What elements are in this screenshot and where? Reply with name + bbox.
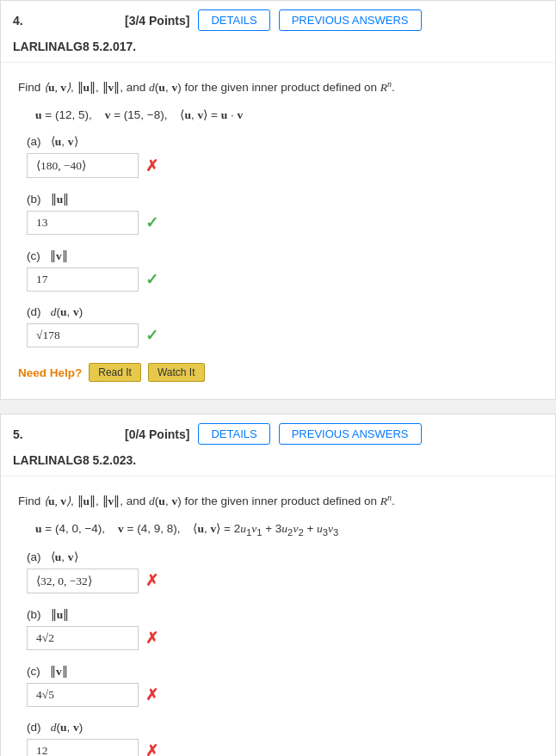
problem-4-details-button[interactable]: DETAILS bbox=[198, 9, 269, 31]
problem-4-part-d: (d) d(u, v) √178 ✓ bbox=[18, 305, 538, 347]
problem-5-instruction: Find ⟨u, v⟩, ‖u‖, ‖v‖, and d(u, v) for t… bbox=[18, 490, 538, 510]
problem-5-header: 5. [0/4 Points] DETAILS PREVIOUS ANSWERS… bbox=[1, 415, 555, 476]
problem-5-part-a-label: (a) ⟨u, v⟩ bbox=[27, 550, 538, 564]
problem-5-part-a: (a) ⟨u, v⟩ ⟨32, 0, −32⟩ ✗ bbox=[18, 550, 538, 593]
problem-4-part-c-label: (c) ‖v‖ bbox=[27, 249, 538, 263]
problem-4-header: 4. [3/4 Points] DETAILS PREVIOUS ANSWERS… bbox=[1, 1, 555, 63]
problem-5-part-b-cross-icon: ✗ bbox=[145, 629, 158, 648]
problem-4-body: Find ⟨u, v⟩, ‖u‖, ‖v‖, and d(u, v) for t… bbox=[1, 63, 555, 399]
problem-4-part-d-answer: √178 bbox=[27, 323, 139, 347]
problem-5-part-c-answer-row: 4√5 ✗ bbox=[27, 683, 538, 707]
problem-4-part-c-answer-row: 17 ✓ bbox=[27, 267, 538, 292]
problem-5-part-a-answer-row: ⟨32, 0, −32⟩ ✗ bbox=[27, 569, 538, 593]
problem-5-part-d-answer: 12 bbox=[27, 739, 139, 756]
problem-5-part-d-answer-row: 12 ✗ bbox=[27, 739, 538, 756]
problem-4: 4. [3/4 Points] DETAILS PREVIOUS ANSWERS… bbox=[0, 0, 556, 400]
problem-5-details-button[interactable]: DETAILS bbox=[198, 423, 269, 445]
problem-4-part-d-check-icon: ✓ bbox=[145, 326, 158, 345]
problem-5-part-d-cross-icon: ✗ bbox=[145, 741, 158, 756]
problem-4-need-help-label: Need Help? bbox=[18, 366, 82, 379]
problem-5-part-b-label: (b) ‖u‖ bbox=[27, 607, 538, 622]
problem-5-prev-answers-button[interactable]: PREVIOUS ANSWERS bbox=[279, 423, 422, 445]
problem-4-points: [3/4 Points] bbox=[125, 14, 189, 28]
problem-5: 5. [0/4 Points] DETAILS PREVIOUS ANSWERS… bbox=[0, 414, 556, 756]
problem-4-part-a-answer-row: ⟨180, −40⟩ ✗ bbox=[27, 153, 538, 178]
problem-5-part-c-cross-icon: ✗ bbox=[145, 685, 158, 704]
problem-5-part-d: (d) d(u, v) 12 ✗ bbox=[18, 721, 538, 756]
problem-4-part-d-answer-row: √178 ✓ bbox=[27, 323, 538, 347]
problem-4-part-b-check-icon: ✓ bbox=[145, 213, 158, 232]
problem-4-id: LARLINALG8 5.2.017. bbox=[13, 40, 136, 53]
problem-5-given: u = (4, 0, −4), v = (4, 9, 8), ⟨u, v⟩ = … bbox=[18, 519, 538, 541]
problem-5-part-c-label: (c) ‖v‖ bbox=[27, 664, 538, 679]
problem-4-given: u = (12, 5), v = (15, −8), ⟨u, v⟩ = u · … bbox=[18, 105, 538, 126]
problem-4-part-d-label: (d) d(u, v) bbox=[27, 305, 538, 319]
problem-4-part-b-answer-row: 13 ✓ bbox=[27, 211, 538, 235]
problem-4-part-b-label: (b) ‖u‖ bbox=[27, 192, 538, 206]
problem-4-part-c-check-icon: ✓ bbox=[145, 270, 158, 289]
problem-4-part-a: (a) ⟨u, v⟩ ⟨180, −40⟩ ✗ bbox=[18, 134, 538, 178]
problem-5-part-b-answer-row: 4√2 ✗ bbox=[27, 626, 538, 650]
problem-4-part-c: (c) ‖v‖ 17 ✓ bbox=[18, 249, 538, 292]
problem-5-part-c-answer: 4√5 bbox=[27, 683, 139, 707]
problem-4-read-it-button[interactable]: Read It bbox=[89, 363, 141, 382]
problem-5-body: Find ⟨u, v⟩, ‖u‖, ‖v‖, and d(u, v) for t… bbox=[1, 476, 555, 756]
problem-5-part-d-label: (d) d(u, v) bbox=[27, 721, 538, 734]
problem-4-part-a-cross-icon: ✗ bbox=[145, 157, 158, 175]
problem-4-number: 4. bbox=[13, 14, 116, 28]
problem-5-part-b: (b) ‖u‖ 4√2 ✗ bbox=[18, 607, 538, 650]
problem-4-watch-it-button[interactable]: Watch It bbox=[148, 363, 205, 382]
problem-5-part-a-cross-icon: ✗ bbox=[145, 571, 158, 590]
problem-5-part-c: (c) ‖v‖ 4√5 ✗ bbox=[18, 664, 538, 707]
problem-4-instruction: Find ⟨u, v⟩, ‖u‖, ‖v‖, and d(u, v) for t… bbox=[18, 77, 538, 96]
problem-4-part-a-answer: ⟨180, −40⟩ bbox=[27, 153, 139, 178]
problem-4-part-b-answer: 13 bbox=[27, 211, 139, 235]
problem-4-prev-answers-button[interactable]: PREVIOUS ANSWERS bbox=[279, 9, 422, 31]
problem-4-part-a-label: (a) ⟨u, v⟩ bbox=[27, 134, 538, 149]
problem-5-id: LARLINALG8 5.2.023. bbox=[13, 453, 136, 467]
problem-5-number: 5. bbox=[13, 427, 116, 441]
problem-4-part-c-answer: 17 bbox=[27, 267, 139, 292]
problem-4-part-b: (b) ‖u‖ 13 ✓ bbox=[18, 192, 538, 235]
problem-4-need-help-row: Need Help? Read It Watch It bbox=[18, 363, 538, 382]
problem-5-part-a-answer: ⟨32, 0, −32⟩ bbox=[27, 569, 139, 593]
problem-5-part-b-answer: 4√2 bbox=[27, 626, 139, 650]
problem-5-points: [0/4 Points] bbox=[125, 427, 189, 441]
